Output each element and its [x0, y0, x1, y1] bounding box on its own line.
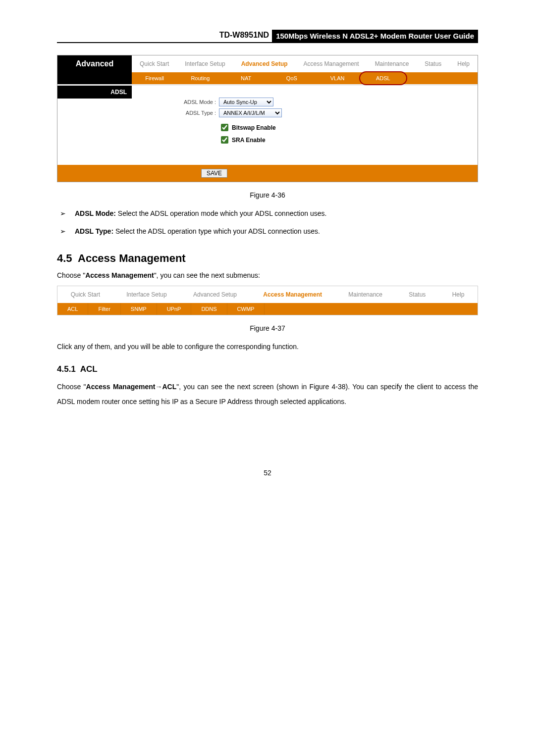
subtab-vlan[interactable]: VLAN — [315, 72, 360, 84]
subtab-upnp[interactable]: UPnP — [157, 303, 192, 315]
subtab-cwmp[interactable]: CWMP — [227, 303, 265, 315]
tab-quick-start[interactable]: Quick Start — [57, 286, 113, 303]
subtab-adsl[interactable]: ADSL — [360, 72, 406, 84]
bullet-label: ADSL Mode: — [75, 209, 116, 217]
bullet-adsl-type: ➢ ADSL Type: Select the ADSL operation t… — [57, 226, 478, 237]
doc-title: 150Mbps Wireless N ADSL2+ Modem Router U… — [272, 30, 478, 42]
adsl-panel-label: ADSL — [57, 86, 132, 99]
subtab-filter[interactable]: Filter — [88, 303, 120, 315]
section-4-5-heading: 4.5 Access Management — [57, 252, 478, 265]
section-name: Advanced — [57, 55, 132, 72]
bullet-adsl-mode: ➢ ADSL Mode: Select the ADSL operation m… — [57, 208, 478, 219]
figure-4-36-caption: Figure 4-36 — [57, 191, 478, 199]
tab-maintenance[interactable]: Maintenance — [335, 286, 396, 303]
subtab-snmp[interactable]: SNMP — [121, 303, 157, 315]
save-button[interactable]: SAVE — [201, 169, 227, 178]
subtab-qos[interactable]: QoS — [269, 72, 315, 84]
page-number: 52 — [57, 469, 478, 477]
sra-enable-label: SRA Enable — [232, 137, 266, 144]
tab-interface-setup[interactable]: Interface Setup — [113, 286, 180, 303]
subtab-acl[interactable]: ACL — [57, 303, 88, 315]
adsl-mode-label: ADSL Mode : — [142, 99, 219, 105]
tab-advanced-setup[interactable]: Advanced Setup — [180, 286, 250, 303]
section-4-5-intro: Choose "Access Management", you can see … — [57, 270, 478, 281]
figure-4-36: Advanced Quick Start Interface Setup Adv… — [57, 55, 478, 182]
doc-header: TD-W8951ND 150Mbps Wireless N ADSL2+ Mod… — [57, 30, 478, 43]
section-4-5-1-heading: 4.5.1 ACL — [57, 364, 478, 374]
adsl-type-select[interactable]: ANNEX A/I/J/L/M — [219, 108, 282, 117]
sra-enable-checkbox[interactable] — [221, 136, 228, 144]
bullet-label: ADSL Type: — [75, 227, 113, 235]
tab-quick-start[interactable]: Quick Start — [132, 55, 177, 72]
figure-4-37: Quick Start Interface Setup Advanced Set… — [57, 286, 478, 315]
adsl-mode-select[interactable]: Auto Sync-Up — [219, 98, 273, 106]
bullet-arrow-icon: ➢ — [57, 226, 75, 237]
tab-help[interactable]: Help — [439, 286, 478, 303]
bitswap-enable-label: Bitswap Enable — [232, 124, 276, 131]
bitswap-enable-checkbox[interactable] — [221, 124, 228, 131]
tab-interface-setup[interactable]: Interface Setup — [177, 55, 233, 72]
tab-status[interactable]: Status — [396, 286, 439, 303]
bullet-arrow-icon: ➢ — [57, 208, 75, 219]
tab-status[interactable]: Status — [417, 55, 449, 72]
after-fig-4-37-text: Click any of them, and you will be able … — [57, 341, 478, 352]
subtab-nat[interactable]: NAT — [223, 72, 269, 84]
tab-help[interactable]: Help — [449, 55, 478, 72]
model-number: TD-W8951ND — [219, 31, 269, 41]
tab-advanced-setup[interactable]: Advanced Setup — [233, 55, 296, 72]
tab-maintenance[interactable]: Maintenance — [367, 55, 417, 72]
subtab-ddns[interactable]: DDNS — [191, 303, 227, 315]
adsl-type-label: ADSL Type : — [142, 110, 219, 116]
figure-4-37-caption: Figure 4-37 — [57, 324, 478, 332]
subtab-routing[interactable]: Routing — [177, 72, 223, 84]
tab-access-management[interactable]: Access Management — [250, 286, 335, 303]
section-4-5-1-para: Choose "Access Management→ACL", you can … — [57, 379, 478, 410]
subtab-firewall[interactable]: Firewall — [132, 72, 177, 84]
tab-access-management[interactable]: Access Management — [296, 55, 367, 72]
